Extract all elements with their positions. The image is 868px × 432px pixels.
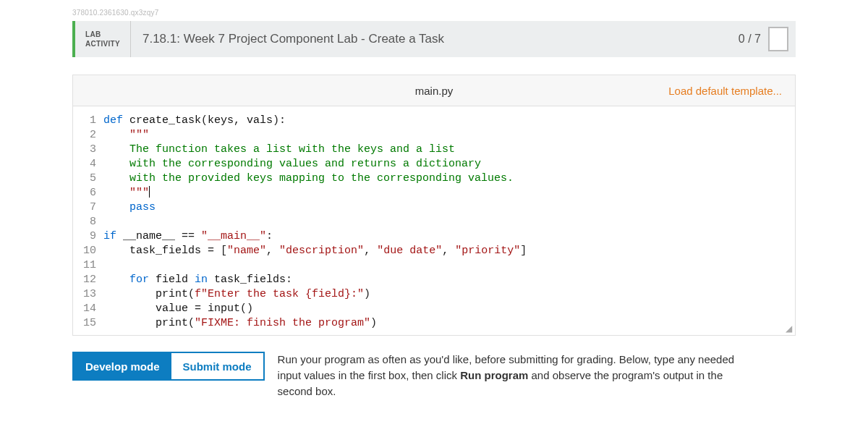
lab-title: 7.18.1: Week 7 Project Component Lab - C… [131, 21, 727, 57]
line-number: 2 [73, 128, 103, 143]
resize-handle-icon[interactable]: ◢ [786, 323, 792, 334]
badge-line2: ACTIVITY [85, 39, 120, 48]
line-number: 3 [73, 143, 103, 157]
code-line[interactable]: 9if __name__ == "__main__": [73, 229, 795, 244]
line-number: 6 [73, 186, 103, 200]
develop-mode-tab[interactable]: Develop mode [74, 353, 171, 379]
code-line[interactable]: 15 print("FIXME: finish the program") [73, 316, 795, 331]
helper-line: and observe the program's output in the [528, 369, 723, 381]
code-content[interactable]: pass [103, 200, 795, 215]
code-content[interactable]: if __name__ == "__main__": [103, 229, 795, 244]
text-cursor [149, 186, 150, 198]
line-number: 10 [73, 244, 103, 258]
line-number: 12 [73, 273, 103, 287]
helper-line: input values in the first box, then clic… [278, 369, 461, 381]
code-line[interactable]: 14 value = input() [73, 302, 795, 316]
line-number: 1 [73, 114, 103, 128]
code-content[interactable]: def create_task(keys, vals): [103, 114, 795, 128]
score-box-icon [768, 27, 788, 51]
line-number: 14 [73, 302, 103, 316]
score-text: 0 / 7 [739, 33, 761, 46]
code-line[interactable]: 13 print(f"Enter the task {field}:") [73, 287, 795, 302]
line-number: 8 [73, 215, 103, 229]
code-content[interactable]: """ [103, 186, 795, 200]
badge-line1: LAB [85, 30, 120, 39]
code-content[interactable]: with the provided keys mapping to the co… [103, 171, 795, 186]
code-line[interactable]: 6 """ [73, 186, 795, 200]
watermark-id: 378010.2361630.qx3zqy7 [72, 9, 796, 17]
code-content[interactable]: with the corresponding values and return… [103, 157, 795, 171]
code-content[interactable]: task_fields = ["name", "description", "d… [103, 244, 795, 258]
line-number: 7 [73, 200, 103, 215]
code-content[interactable]: print("FIXME: finish the program") [103, 316, 795, 331]
code-content[interactable]: print(f"Enter the task {field}:") [103, 287, 795, 302]
run-program-label: Run program [460, 369, 528, 381]
code-content[interactable]: for field in task_fields: [103, 273, 795, 287]
line-number: 15 [73, 316, 103, 331]
helper-line: second box. [278, 385, 336, 397]
code-line[interactable]: 8 [73, 215, 795, 229]
code-line[interactable]: 11 [73, 258, 795, 273]
line-number: 9 [73, 229, 103, 244]
submit-mode-tab[interactable]: Submit mode [171, 353, 263, 379]
code-content[interactable]: The function takes a list with the keys … [103, 143, 795, 157]
lab-activity-badge: LAB ACTIVITY [75, 21, 131, 57]
helper-text: Run your program as often as you'd like,… [278, 352, 735, 399]
filename-label: main.py [415, 85, 454, 97]
code-editor[interactable]: 1def create_task(keys, vals):2 """3 The … [72, 106, 796, 336]
mode-tabs: Develop mode Submit mode [72, 352, 265, 381]
code-content[interactable]: value = input() [103, 302, 795, 316]
code-line[interactable]: 4 with the corresponding values and retu… [73, 157, 795, 171]
code-line[interactable]: 2 """ [73, 128, 795, 143]
line-number: 13 [73, 287, 103, 302]
load-default-template-link[interactable]: Load default template... [668, 85, 795, 97]
code-line[interactable]: 5 with the provided keys mapping to the … [73, 171, 795, 186]
line-number: 5 [73, 171, 103, 186]
line-number: 11 [73, 258, 103, 273]
code-line[interactable]: 7 pass [73, 200, 795, 215]
line-number: 4 [73, 157, 103, 171]
score-area: 0 / 7 [727, 21, 796, 57]
code-content[interactable] [103, 215, 795, 229]
lab-header: LAB ACTIVITY 7.18.1: Week 7 Project Comp… [72, 21, 796, 57]
code-content[interactable] [103, 258, 795, 273]
code-line[interactable]: 1def create_task(keys, vals): [73, 114, 795, 128]
code-line[interactable]: 12 for field in task_fields: [73, 273, 795, 287]
helper-line: Run your program as often as you'd like,… [278, 353, 735, 365]
code-content[interactable]: """ [103, 128, 795, 143]
code-line[interactable]: 3 The function takes a list with the key… [73, 143, 795, 157]
code-line[interactable]: 10 task_fields = ["name", "description",… [73, 244, 795, 258]
file-bar: main.py Load default template... [72, 75, 796, 106]
